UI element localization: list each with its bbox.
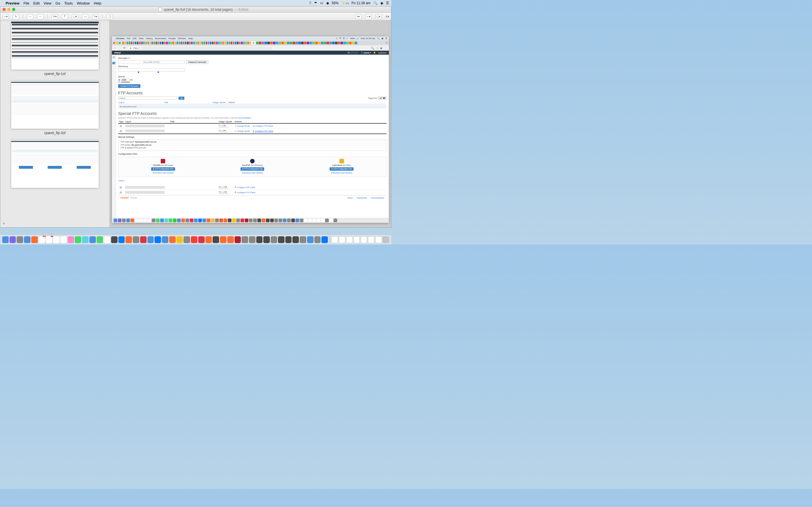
dock-app-icon[interactable] bbox=[242, 236, 248, 243]
dock-app-icon[interactable] bbox=[300, 236, 306, 243]
notification-center-icon[interactable]: ☰ bbox=[386, 1, 389, 5]
dock-app-icon[interactable] bbox=[154, 236, 161, 243]
dock-minimized-window[interactable] bbox=[368, 236, 374, 243]
dock-app-icon[interactable] bbox=[133, 236, 139, 243]
dock-minimized-window[interactable] bbox=[361, 236, 367, 243]
dock-app-icon[interactable] bbox=[140, 236, 147, 243]
clock[interactable]: Fri 11:28 am bbox=[352, 1, 370, 5]
zoom-button[interactable] bbox=[12, 8, 15, 11]
trash-icon[interactable] bbox=[383, 236, 389, 243]
dock-app-icon[interactable] bbox=[118, 236, 125, 243]
malwarebytes-icon[interactable]: ᛖ bbox=[309, 1, 311, 5]
dock-app-icon[interactable] bbox=[53, 236, 59, 243]
siri-icon[interactable]: ◉ bbox=[380, 1, 383, 5]
dock-app-icon[interactable] bbox=[198, 236, 205, 243]
dock-app-icon[interactable] bbox=[104, 236, 110, 243]
add-page-button[interactable]: + bbox=[3, 221, 5, 226]
menu-edit[interactable]: Edit bbox=[33, 1, 40, 5]
dock-app-icon[interactable] bbox=[24, 236, 31, 243]
dock-app-icon[interactable] bbox=[111, 236, 117, 243]
dock-app-icon[interactable] bbox=[220, 236, 226, 243]
thumbnail-1[interactable]: cpanel_ftp-1of bbox=[6, 22, 104, 76]
dock-app-icon[interactable] bbox=[82, 236, 89, 243]
dock-app-icon[interactable] bbox=[97, 236, 103, 243]
thumbnail-2[interactable]: cpanel_ftp-3of bbox=[6, 81, 104, 135]
outer-dock[interactable]: 187 bbox=[0, 234, 391, 244]
dock-app-icon[interactable] bbox=[278, 236, 285, 243]
dock-app-icon[interactable] bbox=[184, 236, 190, 243]
text-button[interactable]: T bbox=[62, 14, 68, 19]
dock-app-icon[interactable] bbox=[314, 236, 321, 243]
dock-app-icon[interactable] bbox=[256, 236, 263, 243]
thumbnail-3[interactable] bbox=[6, 140, 104, 188]
highlight-button[interactable]: 〰 bbox=[27, 14, 33, 19]
dock-app-icon[interactable] bbox=[60, 236, 67, 243]
note-button[interactable]: ▭ bbox=[82, 14, 88, 19]
preview-sidebar[interactable]: cpanel_ftp-1of cpanel_ftp-3of + bbox=[0, 20, 110, 227]
manual-settings-label: Manual Settings bbox=[118, 136, 387, 138]
view-mode-button[interactable]: ▭▾ bbox=[3, 14, 9, 19]
sign-button[interactable]: ✎▾ bbox=[92, 14, 98, 19]
shape-button[interactable]: ◻▾ bbox=[72, 14, 78, 19]
dock-app-icon[interactable] bbox=[285, 236, 292, 243]
dock-app-icon[interactable] bbox=[191, 236, 197, 243]
dock-app-icon[interactable] bbox=[125, 236, 132, 243]
menu-go[interactable]: Go bbox=[55, 1, 60, 5]
dock-app-icon[interactable] bbox=[2, 236, 9, 243]
dock-minimized-window[interactable] bbox=[339, 236, 345, 243]
border-button[interactable]: ▭▾ bbox=[365, 14, 371, 19]
fill-button[interactable]: ◻▾ bbox=[375, 14, 382, 19]
dock-minimized-window[interactable] bbox=[346, 236, 353, 243]
menu-file[interactable]: File bbox=[23, 1, 29, 5]
dock-app-icon[interactable] bbox=[75, 236, 81, 243]
menu-help[interactable]: Help bbox=[94, 1, 101, 5]
dock-minimized-window[interactable] bbox=[354, 236, 360, 243]
app-name[interactable]: Preview bbox=[6, 1, 19, 5]
dock-app-icon[interactable] bbox=[307, 236, 313, 243]
tab-favicon bbox=[239, 42, 241, 44]
rotate-button[interactable]: ⟳▾ bbox=[52, 14, 58, 19]
dock-minimized-window[interactable] bbox=[375, 236, 382, 243]
dock-app-icon[interactable] bbox=[31, 236, 38, 243]
battery-percent[interactable]: 55% bbox=[332, 1, 339, 5]
avira-icon[interactable]: ☂ bbox=[314, 1, 317, 5]
battery-icon[interactable]: ⚡▭ bbox=[342, 1, 349, 5]
bluetooth-icon[interactable]: ⧓ bbox=[320, 1, 323, 5]
crop-button[interactable]: ▢ bbox=[107, 14, 113, 19]
dock-app-icon[interactable] bbox=[227, 236, 234, 243]
dock-app-icon[interactable] bbox=[68, 236, 74, 243]
dock-app-icon[interactable]: 7 bbox=[46, 236, 52, 243]
dock-app-icon[interactable] bbox=[213, 236, 219, 243]
menu-view[interactable]: View bbox=[44, 1, 52, 5]
config-files-row: FileZilla (for Windows) ⬇ FTP Configurat… bbox=[118, 157, 387, 177]
dock-app-icon[interactable] bbox=[235, 236, 241, 243]
dock-app-icon[interactable] bbox=[162, 236, 168, 243]
markup-button[interactable]: 〰 bbox=[37, 14, 43, 19]
line-style-button[interactable]: ≡▾ bbox=[355, 14, 361, 19]
dock-app-icon bbox=[118, 219, 121, 222]
spotlight-icon[interactable]: 🔍 bbox=[373, 1, 377, 5]
cpanel-footer-logo: cPanel bbox=[120, 196, 129, 199]
dock-app-icon[interactable] bbox=[89, 236, 96, 243]
dock-app-icon[interactable] bbox=[176, 236, 183, 243]
dock-app-icon[interactable] bbox=[10, 236, 16, 243]
dock-app-icon[interactable] bbox=[249, 236, 255, 243]
dock-app-icon[interactable] bbox=[263, 236, 270, 243]
dock-app-icon[interactable] bbox=[206, 236, 212, 243]
dock-app-icon[interactable] bbox=[271, 236, 277, 243]
menu-window[interactable]: Window bbox=[77, 1, 90, 5]
font-button[interactable]: A▾ bbox=[386, 14, 389, 19]
dock-app-icon[interactable] bbox=[321, 236, 328, 243]
dock-app-icon[interactable] bbox=[292, 236, 299, 243]
display-icon[interactable]: ◉ bbox=[326, 1, 329, 5]
dock-app-icon[interactable]: 18 bbox=[39, 236, 45, 243]
menu-tools[interactable]: Tools bbox=[64, 1, 73, 5]
ftp-table-header: Log In Path Usage / Quota Actions bbox=[118, 101, 387, 104]
close-button[interactable] bbox=[3, 8, 6, 11]
dock-app-icon[interactable] bbox=[17, 236, 23, 243]
dock-app-icon[interactable] bbox=[169, 236, 175, 243]
info-button[interactable]: ✎ bbox=[13, 14, 19, 19]
dock-minimized-window[interactable] bbox=[332, 236, 338, 243]
dock-app-icon[interactable] bbox=[147, 236, 154, 243]
minimize-button[interactable] bbox=[7, 8, 10, 11]
